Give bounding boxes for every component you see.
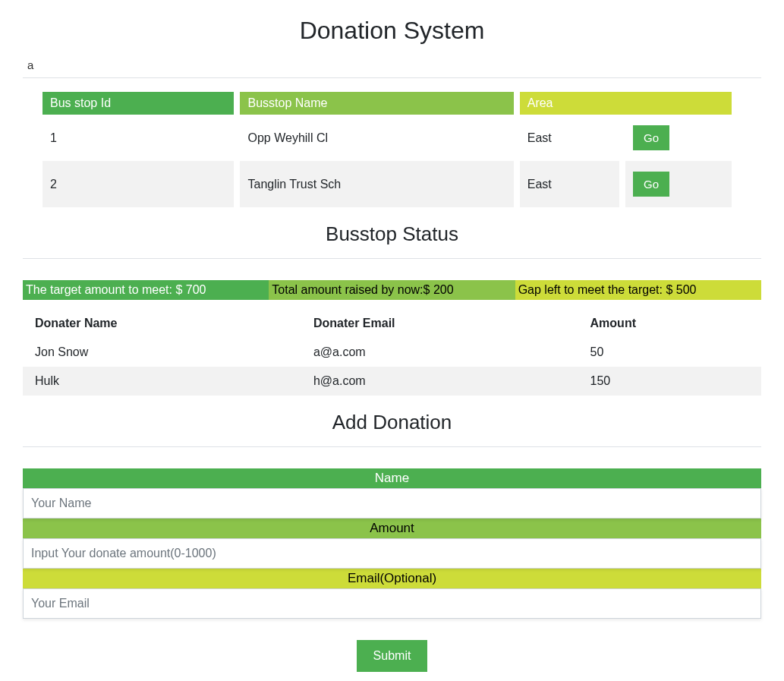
table-row: Jon Snow a@a.com 50 — [23, 338, 761, 367]
amount-field[interactable] — [23, 538, 761, 569]
amount-label: Amount — [23, 519, 761, 538]
add-donation-title: Add Donation — [23, 411, 761, 434]
table-row: 1 Opp Weyhill Cl East Go — [43, 115, 732, 161]
submit-button[interactable]: Submit — [357, 640, 428, 672]
cell-name: Opp Weyhill Cl — [240, 115, 513, 161]
col-header-area: Area — [520, 92, 732, 115]
cell-name: Jon Snow — [23, 338, 301, 367]
col-header-donater-email: Donater Email — [301, 309, 578, 338]
status-gap: Gap left to meet the target: $ 500 — [515, 280, 761, 300]
status-raised: Total amount raised by now:$ 200 — [269, 280, 515, 300]
table-row: Hulk h@a.com 150 — [23, 367, 761, 396]
cell-area: East — [520, 161, 619, 207]
cell-id: 1 — [43, 115, 234, 161]
status-bar: The target amount to meet: $ 700 Total a… — [23, 280, 761, 300]
divider — [23, 446, 761, 447]
donaters-table: Donater Name Donater Email Amount Jon Sn… — [23, 309, 761, 396]
col-header-donater-amount: Amount — [578, 309, 761, 338]
email-field[interactable] — [23, 588, 761, 619]
cell-email: a@a.com — [301, 338, 578, 367]
search-input-row[interactable]: a — [23, 55, 761, 78]
divider — [23, 258, 761, 259]
go-button[interactable]: Go — [633, 172, 669, 197]
cell-area: East — [520, 115, 619, 161]
go-button[interactable]: Go — [633, 125, 669, 150]
cell-name: Tanglin Trust Sch — [240, 161, 513, 207]
cell-name: Hulk — [23, 367, 301, 396]
cell-amount: 50 — [578, 338, 761, 367]
cell-email: h@a.com — [301, 367, 578, 396]
name-label: Name — [23, 468, 761, 488]
status-title: Busstop Status — [23, 222, 761, 246]
cell-id: 2 — [43, 161, 234, 207]
cell-amount: 150 — [578, 367, 761, 396]
name-field[interactable] — [23, 488, 761, 519]
col-header-name: Busstop Name — [240, 92, 513, 115]
col-header-donater-name: Donater Name — [23, 309, 301, 338]
email-label: Email(Optional) — [23, 569, 761, 588]
busstop-table: Bus stop Id Busstop Name Area 1 Opp Weyh… — [36, 92, 738, 207]
page-title: Donation System — [23, 17, 761, 45]
table-row: 2 Tanglin Trust Sch East Go — [43, 161, 732, 207]
donation-form: Name Amount Email(Optional) — [23, 468, 761, 619]
status-target: The target amount to meet: $ 700 — [23, 280, 269, 300]
col-header-id: Bus stop Id — [43, 92, 234, 115]
